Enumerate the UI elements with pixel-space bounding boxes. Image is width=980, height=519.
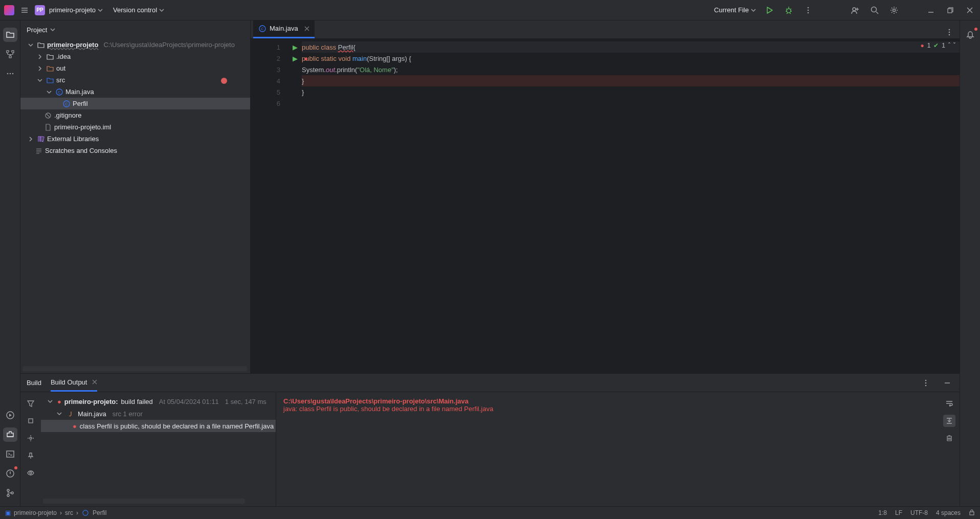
editor-tab-main[interactable]: C Main.java: [253, 20, 315, 38]
pin-icon[interactable]: [25, 449, 37, 462]
code-line-3[interactable]: System.out.println("Olá, Nome");: [302, 64, 960, 75]
tree-label: src: [56, 76, 65, 84]
project-badge: PP: [35, 5, 45, 15]
tree-out[interactable]: out: [20, 62, 250, 74]
horizontal-scrollbar[interactable]: [43, 499, 245, 504]
clear-icon[interactable]: [943, 432, 955, 444]
svg-point-31: [925, 379, 927, 381]
run-gutter-icon[interactable]: ▶: [293, 55, 298, 62]
close-icon[interactable]: [92, 379, 97, 385]
indent[interactable]: 4 spaces: [936, 509, 961, 516]
build-output-tab[interactable]: Build Output: [51, 374, 97, 392]
breadcrumb-src[interactable]: src: [65, 509, 73, 516]
stop-icon[interactable]: [25, 415, 37, 427]
more-actions-icon[interactable]: [802, 4, 814, 16]
svg-text:C: C: [65, 102, 68, 106]
tree-scratches[interactable]: Scratches and Consoles: [20, 145, 250, 156]
readonly-lock-icon[interactable]: [969, 509, 975, 517]
problems-tool-icon[interactable]: [3, 466, 17, 481]
code-line-2[interactable]: public static void main(String[] args) {: [302, 53, 960, 64]
structure-tool-icon[interactable]: [3, 47, 17, 61]
line-number: 5: [277, 88, 280, 96]
editor-content[interactable]: 1▶ 2▶● 3 4 5 6 public class Perfil{ publ…: [251, 39, 960, 373]
run-button-icon[interactable]: [763, 4, 775, 16]
editor-area: C Main.java 1▶ 2▶● 3 4: [251, 20, 960, 373]
tree-perfil[interactable]: C Perfil: [20, 98, 250, 109]
close-tab-icon[interactable]: [304, 26, 309, 31]
run-gutter-icon[interactable]: ▶: [293, 43, 298, 51]
chevron-right-icon: ›: [60, 509, 62, 516]
run-config-dropdown[interactable]: Current File: [714, 6, 756, 14]
inspection-widget[interactable]: ●1 ✔1 ˆ ˇ: [920, 42, 955, 49]
scroll-to-end-icon[interactable]: [943, 415, 955, 427]
more-tools-icon[interactable]: [3, 66, 17, 81]
search-icon[interactable]: [868, 4, 881, 16]
code-line-1[interactable]: public class Perfil{: [302, 41, 960, 53]
close-window-icon[interactable]: [964, 4, 976, 16]
error-gutter-icon[interactable]: ●: [304, 55, 308, 62]
svg-rect-8: [948, 9, 952, 13]
code-with-me-icon[interactable]: [849, 4, 861, 16]
soft-wrap-icon[interactable]: [943, 397, 955, 410]
build-tool-icon[interactable]: [3, 427, 17, 442]
eye-icon[interactable]: [25, 467, 37, 479]
encoding[interactable]: UTF-8: [910, 509, 928, 516]
minimize-window-icon[interactable]: [925, 4, 937, 16]
main-menu-icon[interactable]: [18, 4, 31, 16]
build-console-output[interactable]: C:\Users\gusta\IdeaProjects\primeiro-pro…: [276, 392, 939, 506]
notifications-icon[interactable]: [963, 28, 977, 42]
code-line-4[interactable]: }: [302, 75, 960, 86]
restore-window-icon[interactable]: [944, 4, 956, 16]
class-icon: C: [62, 100, 71, 108]
svg-rect-9: [7, 51, 9, 53]
prev-highlight-icon[interactable]: ˆ: [948, 42, 950, 49]
build-row-error[interactable]: ● class Perfil is public, should be decl…: [41, 420, 276, 432]
tree-ext-libs[interactable]: External Libraries: [20, 133, 250, 145]
tree-main-java[interactable]: C Main.java: [20, 86, 250, 98]
horizontal-scrollbar[interactable]: [23, 366, 247, 371]
svg-point-37: [83, 510, 88, 515]
project-tree[interactable]: primeiro-projeto C:\Users\gusta\IdeaProj…: [20, 39, 250, 366]
build-row-file[interactable]: Main.java src 1 error: [41, 408, 276, 420]
project-tool-icon[interactable]: [3, 28, 17, 42]
tree-root[interactable]: primeiro-projeto C:\Users\gusta\IdeaProj…: [20, 39, 250, 51]
settings-icon[interactable]: [888, 4, 900, 16]
terminal-tool-icon[interactable]: [3, 447, 17, 461]
next-highlight-icon[interactable]: ˇ: [953, 42, 955, 49]
breakpoint-icon[interactable]: [221, 78, 227, 84]
breadcrumb-project[interactable]: primeiro-projeto: [14, 509, 57, 516]
svg-point-12: [7, 73, 8, 75]
svg-rect-11: [9, 56, 11, 58]
tree-iml[interactable]: primeiro-projeto.iml: [20, 121, 250, 133]
editor-tab-label: Main.java: [270, 25, 298, 32]
breadcrumb-class[interactable]: Perfil: [93, 509, 106, 516]
filter-icon[interactable]: [25, 397, 37, 410]
svg-point-3: [808, 12, 809, 13]
svg-rect-34: [29, 419, 33, 423]
folder-icon: [46, 64, 54, 73]
settings-small-icon[interactable]: [25, 432, 37, 444]
editor-tab-bar: C Main.java: [251, 20, 960, 39]
tree-idea[interactable]: .idea: [20, 51, 250, 62]
line-ending[interactable]: LF: [895, 509, 902, 516]
build-row-project[interactable]: ● primeiro-projeto: build failed At 05/0…: [41, 395, 276, 408]
hide-panel-icon[interactable]: [941, 377, 953, 389]
vcs-tool-icon[interactable]: [3, 486, 17, 500]
tab-options-icon[interactable]: [943, 26, 955, 38]
version-control-dropdown[interactable]: Version control: [113, 6, 164, 14]
cursor-position[interactable]: 1:8: [878, 509, 887, 516]
build-messages-tree[interactable]: ● primeiro-projeto: build failed At 05/0…: [41, 392, 276, 506]
code-line-5[interactable]: }: [302, 86, 960, 98]
chevron-down-icon[interactable]: [50, 27, 55, 32]
services-tool-icon[interactable]: [3, 408, 17, 422]
tree-gitignore[interactable]: .gitignore: [20, 109, 250, 121]
project-selector[interactable]: primeiro-projeto: [49, 6, 103, 14]
debug-button-icon[interactable]: [783, 4, 795, 16]
build-panel: Build Build Output: [20, 373, 960, 506]
tree-label: Scratches and Consoles: [45, 147, 117, 154]
tree-src[interactable]: src: [20, 74, 250, 86]
svg-point-36: [30, 472, 32, 474]
error-count: 1: [927, 42, 931, 49]
build-tab[interactable]: Build: [27, 375, 41, 391]
build-options-icon[interactable]: [920, 377, 932, 389]
